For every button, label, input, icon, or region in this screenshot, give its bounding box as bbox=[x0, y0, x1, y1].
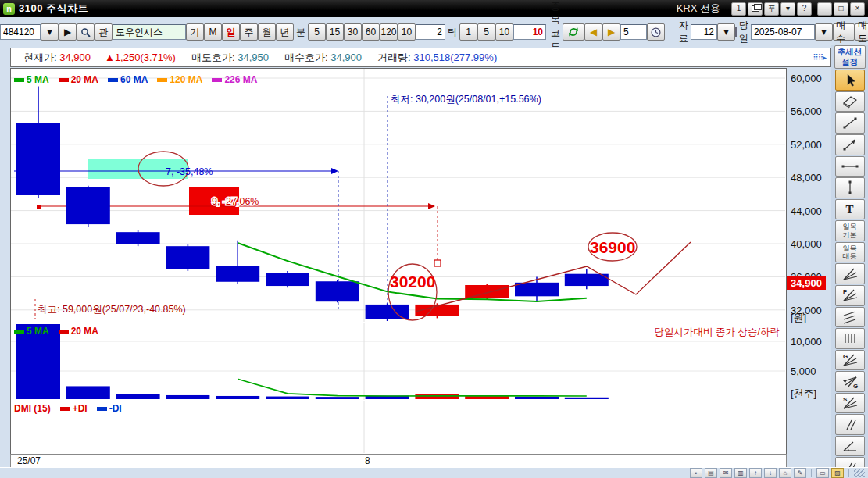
data-dropdown-button[interactable]: ▾ bbox=[717, 23, 735, 41]
fibonacci-fan-tool[interactable]: F bbox=[835, 285, 865, 306]
pin-button[interactable]: 푸 bbox=[764, 2, 779, 16]
buy-button[interactable]: 매수 bbox=[833, 23, 855, 41]
bid-price-label: 매수호가: bbox=[284, 51, 328, 65]
trendline-tool[interactable] bbox=[835, 112, 865, 134]
arrow-down-icon[interactable]: ↓ bbox=[764, 468, 777, 478]
status-bar: ▪▤✉▥↑↓⌂✎▭▨ bbox=[0, 467, 868, 478]
channel-tool[interactable] bbox=[835, 307, 865, 328]
volume-value: 310,518(277.99%) bbox=[413, 52, 497, 63]
refresh-button[interactable] bbox=[563, 23, 584, 41]
legend-label: 20 MA bbox=[71, 74, 98, 85]
ilmok-basic-tool[interactable]: 일목기본 bbox=[835, 220, 865, 241]
time-axis[interactable]: 25/07 8 bbox=[10, 454, 787, 468]
screen-number-button[interactable]: 1 bbox=[731, 2, 746, 16]
close-button[interactable]: × bbox=[850, 2, 865, 16]
price-chart-panel[interactable] bbox=[10, 68, 787, 323]
arrow-tool[interactable] bbox=[835, 134, 865, 155]
vertical-line-tool[interactable] bbox=[835, 177, 865, 198]
legend-swatch bbox=[59, 330, 69, 334]
next-code-button[interactable]: ▶ bbox=[59, 23, 77, 41]
gann-fan-tool[interactable]: G bbox=[835, 350, 865, 371]
stock-code-input[interactable] bbox=[0, 24, 41, 40]
panel-grip-icon[interactable]: ⠿⠿▸ bbox=[813, 53, 826, 62]
volume-legend: 5 MA20 MA bbox=[14, 326, 98, 337]
svg-text:F: F bbox=[843, 288, 847, 295]
mail-icon[interactable]: ✉ bbox=[720, 468, 732, 478]
next-button[interactable]: ▶ bbox=[602, 23, 620, 41]
legend-swatch bbox=[14, 78, 24, 82]
min-30-button[interactable]: 30 bbox=[344, 23, 362, 41]
menu-dropdown-button[interactable]: ▾ bbox=[780, 2, 795, 16]
legend-item: 20 MA bbox=[59, 74, 98, 85]
date-dropdown-button[interactable]: ▾ bbox=[815, 23, 833, 41]
refresh-icon bbox=[568, 27, 579, 37]
eraser-tool[interactable] bbox=[835, 91, 865, 112]
resize-grip[interactable] bbox=[854, 469, 865, 477]
min-60-button[interactable]: 60 bbox=[362, 23, 380, 41]
chart-icon[interactable]: ▤ bbox=[705, 468, 717, 478]
layout-icon[interactable]: ▭ bbox=[816, 468, 829, 478]
tick-10-button[interactable]: 10 bbox=[495, 23, 513, 41]
period-year-button[interactable]: 년 bbox=[276, 23, 294, 41]
today-checkbox[interactable] bbox=[735, 27, 737, 37]
min-5-button[interactable]: 5 bbox=[308, 23, 326, 41]
arrow-up-icon[interactable]: ↑ bbox=[749, 468, 762, 478]
sell-button[interactable]: 매도 bbox=[855, 23, 868, 41]
code-dropdown-button[interactable]: ▾ bbox=[41, 23, 59, 41]
gwan-button[interactable]: 관 bbox=[95, 23, 113, 41]
search-button[interactable] bbox=[77, 23, 95, 41]
legend-item: +DI bbox=[60, 403, 88, 414]
today-label: 당일 bbox=[739, 19, 748, 45]
horizontal-line-tool[interactable] bbox=[835, 156, 865, 177]
tick-1-button[interactable]: 1 bbox=[459, 23, 477, 41]
tick-count-input[interactable] bbox=[416, 24, 445, 40]
period-day-button[interactable]: 일 bbox=[222, 23, 240, 41]
legend-swatch bbox=[59, 78, 69, 82]
status-separator bbox=[848, 469, 849, 477]
edit-icon[interactable]: ✎ bbox=[794, 468, 806, 478]
prev-button[interactable]: ◀ bbox=[584, 23, 602, 41]
period-week-button[interactable]: 주 bbox=[240, 23, 258, 41]
clock-button[interactable] bbox=[647, 23, 665, 41]
stock-name-field[interactable] bbox=[113, 24, 186, 40]
axis-month-label-2: 8 bbox=[365, 455, 370, 466]
tick-5-button[interactable]: 5 bbox=[477, 23, 495, 41]
minimize-button[interactable]: – bbox=[817, 2, 832, 16]
data-count-input[interactable] bbox=[691, 24, 717, 40]
home-icon[interactable]: ⌂ bbox=[779, 468, 791, 478]
m-button[interactable]: M bbox=[204, 23, 222, 41]
parallel-line-tool[interactable] bbox=[835, 414, 865, 435]
cursor-tool[interactable] bbox=[835, 70, 865, 91]
period-month-button[interactable]: 월 bbox=[258, 23, 276, 41]
text-tool[interactable]: T bbox=[835, 199, 865, 220]
quote-info-bar: 현재가: 34,900 ▲ 1,250(3.71%) 매도호가: 34,950 … bbox=[10, 48, 831, 67]
dmi-panel[interactable] bbox=[10, 401, 787, 455]
dmi-title: DMI (15) bbox=[14, 403, 51, 414]
active-view-icon[interactable]: ▨ bbox=[831, 468, 844, 478]
price-tick-label: 52,000 bbox=[791, 139, 822, 151]
price-tick-label: 48,000 bbox=[791, 172, 822, 184]
cascade-button[interactable] bbox=[748, 2, 763, 16]
list-icon[interactable]: ▥ bbox=[734, 468, 747, 478]
step-count-input[interactable] bbox=[620, 24, 647, 40]
gi-button[interactable]: 기 bbox=[186, 23, 204, 41]
min-10-button[interactable]: 10 bbox=[398, 23, 416, 41]
window-title: 3100 주식차트 bbox=[19, 2, 88, 16]
min-15-button[interactable]: 15 bbox=[326, 23, 344, 41]
min-120-button[interactable]: 120 bbox=[380, 23, 398, 41]
angle-tool[interactable] bbox=[835, 436, 865, 457]
tick-value-input[interactable] bbox=[513, 24, 546, 40]
legend-label: 20 MA bbox=[71, 326, 98, 337]
gann-angle-tool[interactable]: G bbox=[835, 371, 865, 392]
window-controls: 1 푸 ▾ ? – □ × bbox=[731, 2, 865, 16]
maximize-button[interactable]: □ bbox=[834, 2, 848, 16]
pin-icon[interactable]: ▪ bbox=[690, 468, 702, 478]
date-input[interactable] bbox=[751, 24, 815, 40]
speed-line-tool[interactable]: S bbox=[835, 393, 865, 414]
trendline-settings-button[interactable]: 추세선설정 bbox=[834, 45, 866, 69]
help-button[interactable]: ? bbox=[797, 2, 812, 16]
ilmok-equal-tool[interactable]: 일목대등 bbox=[835, 242, 865, 263]
pitchfork-tool[interactable] bbox=[835, 263, 865, 284]
vertical-grid-tool[interactable] bbox=[835, 328, 865, 349]
price-tick-label: 60,000 bbox=[791, 73, 822, 84]
